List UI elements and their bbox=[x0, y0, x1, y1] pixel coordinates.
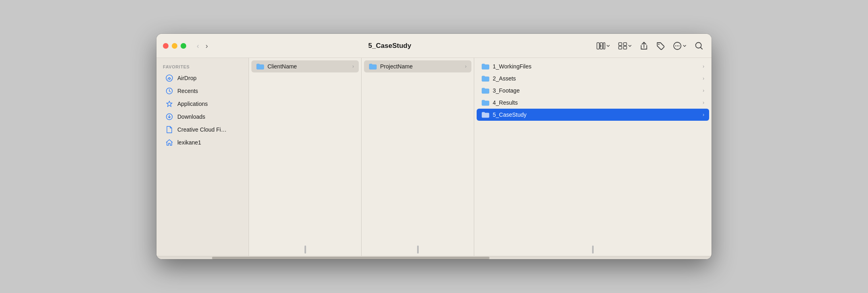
sidebar-label-downloads: Downloads bbox=[177, 113, 205, 120]
item-name-projectname: ProjectName bbox=[380, 63, 462, 70]
column-item-projectname[interactable]: ProjectName › bbox=[364, 60, 471, 72]
recents-icon bbox=[165, 87, 173, 95]
chevron-icon-results: › bbox=[703, 100, 704, 105]
chevron-down-icon bbox=[606, 44, 610, 48]
sidebar-label-recents: Recents bbox=[177, 88, 198, 94]
chevron-icon-projectname: › bbox=[465, 64, 467, 69]
item-name-footage: 3_Footage bbox=[493, 87, 699, 94]
toolbar-actions bbox=[595, 40, 705, 52]
downloads-icon bbox=[165, 113, 173, 121]
document-icon bbox=[165, 126, 173, 134]
chevron-icon-working-files: › bbox=[703, 64, 704, 69]
sidebar-item-downloads[interactable]: Downloads bbox=[159, 110, 246, 123]
close-button[interactable] bbox=[163, 43, 169, 49]
home-icon bbox=[165, 138, 173, 146]
item-name-working-files: 1_WorkingFiles bbox=[493, 63, 699, 70]
svg-point-10 bbox=[677, 45, 678, 46]
svg-rect-3 bbox=[619, 43, 622, 45]
item-name-clientname: ClientName bbox=[267, 63, 349, 70]
sidebar-label-applications: Applications bbox=[177, 101, 208, 107]
folder-icon-clientname bbox=[256, 63, 264, 70]
folder-icon-casestudy bbox=[481, 111, 490, 118]
column-2: ProjectName › bbox=[362, 58, 474, 256]
folder-icon-working-files bbox=[481, 63, 490, 70]
main-content: Favorites AirDrop bbox=[156, 58, 712, 256]
sidebar-section-favorites: Favorites bbox=[156, 64, 249, 72]
column-item-footage[interactable]: 3_Footage › bbox=[477, 85, 709, 97]
more-button[interactable] bbox=[671, 40, 688, 52]
horizontal-scrollbar[interactable] bbox=[156, 256, 712, 259]
more-chevron-icon bbox=[683, 44, 687, 48]
grid-view-button[interactable] bbox=[617, 41, 634, 51]
column-item-assets[interactable]: 2_Assets › bbox=[477, 72, 709, 85]
folder-icon-assets bbox=[481, 75, 490, 82]
svg-point-13 bbox=[166, 75, 173, 81]
traffic-lights bbox=[163, 43, 186, 49]
sidebar-label-lexikane1: lexikane1 bbox=[177, 139, 201, 146]
grid-chevron-icon bbox=[628, 44, 632, 48]
chevron-icon-casestudy: › bbox=[703, 112, 704, 118]
finder-window: ‹ › 5_CaseStudy bbox=[156, 34, 712, 259]
columns-area: ClientName › ProjectName › bbox=[249, 58, 712, 256]
chevron-icon-footage: › bbox=[703, 88, 704, 93]
folder-icon-footage bbox=[481, 87, 490, 94]
sidebar: Favorites AirDrop bbox=[156, 58, 249, 256]
column-1: ClientName › bbox=[249, 58, 362, 256]
sidebar-item-airdrop[interactable]: AirDrop bbox=[159, 72, 246, 85]
folder-icon-projectname bbox=[369, 63, 377, 70]
sidebar-item-creative-cloud[interactable]: Creative Cloud Fi… bbox=[159, 123, 246, 136]
sidebar-item-applications[interactable]: Applications bbox=[159, 97, 246, 110]
folder-icon-results bbox=[481, 99, 490, 106]
search-button[interactable] bbox=[693, 40, 705, 52]
column-item-clientname[interactable]: ClientName › bbox=[251, 60, 359, 72]
toolbar: ‹ › 5_CaseStudy bbox=[156, 34, 712, 58]
svg-rect-0 bbox=[597, 43, 599, 49]
airdrop-icon bbox=[165, 74, 173, 82]
window-title: 5_CaseStudy bbox=[185, 42, 595, 50]
svg-rect-6 bbox=[623, 46, 627, 49]
chevron-icon-clientname: › bbox=[352, 64, 354, 69]
column-2-resize-handle[interactable] bbox=[417, 246, 419, 254]
sidebar-label-creative-cloud: Creative Cloud Fi… bbox=[177, 126, 226, 133]
svg-rect-2 bbox=[603, 43, 605, 49]
svg-point-14 bbox=[169, 79, 170, 80]
column-3-resize-handle[interactable] bbox=[592, 246, 594, 254]
column-1-resize-handle[interactable] bbox=[304, 246, 306, 254]
applications-icon bbox=[165, 100, 173, 108]
column-item-results[interactable]: 4_Results › bbox=[477, 97, 709, 109]
scrollbar-thumb[interactable] bbox=[212, 257, 490, 259]
svg-point-7 bbox=[658, 43, 660, 45]
sidebar-label-airdrop: AirDrop bbox=[177, 75, 196, 81]
svg-rect-1 bbox=[600, 43, 603, 49]
svg-rect-5 bbox=[619, 46, 622, 49]
tag-button[interactable] bbox=[654, 40, 666, 52]
column-item-casestudy[interactable]: 5_CaseStudy › bbox=[477, 109, 709, 121]
svg-point-11 bbox=[679, 45, 679, 46]
column-view-button[interactable] bbox=[595, 41, 612, 51]
item-name-assets: 2_Assets bbox=[493, 75, 699, 82]
svg-rect-4 bbox=[623, 43, 627, 45]
sidebar-item-recents[interactable]: Recents bbox=[159, 85, 246, 97]
column-3: 1_WorkingFiles › 2_Assets › 3_Footage › bbox=[474, 58, 712, 256]
minimize-button[interactable] bbox=[172, 43, 177, 49]
item-name-casestudy: 5_CaseStudy bbox=[493, 111, 699, 118]
item-name-results: 4_Results bbox=[493, 99, 699, 106]
sidebar-item-lexikane1[interactable]: lexikane1 bbox=[159, 136, 246, 149]
column-item-working-files[interactable]: 1_WorkingFiles › bbox=[477, 60, 709, 72]
share-button[interactable] bbox=[638, 40, 650, 52]
chevron-icon-assets: › bbox=[703, 76, 704, 81]
svg-point-9 bbox=[675, 45, 676, 46]
